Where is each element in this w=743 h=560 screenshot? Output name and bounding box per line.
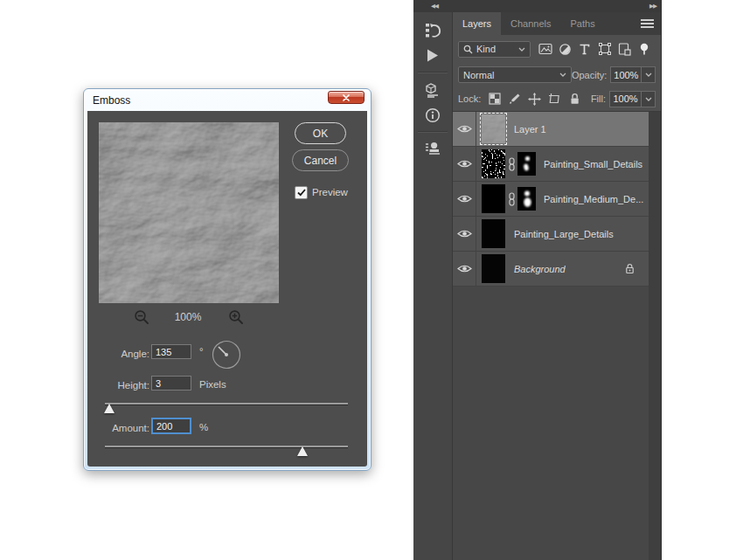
panel-menu-icon[interactable] [641, 19, 654, 28]
collapse-panels-right-icon[interactable]: ▶▶ [649, 3, 656, 10]
angle-dial-icon [212, 340, 241, 370]
clone-source-icon[interactable] [413, 136, 452, 162]
amount-unit: % [199, 422, 208, 432]
layer-thumbnail[interactable] [482, 184, 505, 213]
filter-preview-image[interactable] [99, 122, 279, 303]
layer-thumbnail[interactable] [482, 149, 505, 178]
lock-row: Lock: [453, 86, 661, 112]
angle-unit: ° [199, 346, 204, 356]
visibility-toggle[interactable] [453, 147, 476, 181]
tab-channels[interactable]: Channels [501, 12, 560, 35]
layer-thumbnail[interactable] [482, 114, 505, 143]
layers-scrollbar-gutter [649, 112, 661, 560]
mask-link-icon[interactable] [508, 157, 516, 171]
layers-panel: Layers Channels Paths Kind [453, 12, 661, 560]
panel-icon-dock [413, 12, 453, 560]
filter-pixel-layers-icon[interactable] [536, 40, 556, 58]
filter-type-layers-icon[interactable] [575, 40, 595, 58]
info-icon[interactable] [413, 102, 452, 128]
filter-toggle-pin-icon[interactable] [634, 40, 654, 58]
dialog-content: OK Cancel Preview 100% Angle: ° [87, 111, 367, 467]
zoom-in-button[interactable] [228, 309, 244, 325]
zoom-out-icon [134, 309, 149, 325]
visibility-toggle[interactable] [453, 182, 476, 216]
height-unit: Pixels [199, 379, 226, 390]
zoom-in-icon [228, 309, 244, 325]
filter-adjustment-layers-icon[interactable] [555, 40, 575, 58]
lock-position-icon[interactable] [524, 90, 545, 107]
preview-checkbox[interactable] [295, 186, 308, 199]
amount-slider-track[interactable] [105, 446, 348, 447]
eye-icon [457, 194, 472, 204]
layer-mask-thumbnail[interactable] [517, 152, 536, 176]
tab-layers[interactable]: Layers [453, 12, 501, 35]
visibility-toggle[interactable] [453, 112, 476, 146]
angle-label: Angle: [87, 349, 149, 359]
zoom-out-button[interactable] [134, 309, 149, 325]
layer-name[interactable]: Layer 1 [514, 124, 546, 135]
mask-link-icon[interactable] [508, 192, 516, 206]
layer-row-layer-1[interactable]: Layer 1 [453, 112, 649, 147]
close-icon [343, 94, 350, 101]
dialog-title: Emboss [93, 94, 130, 107]
amount-label: Amount: [87, 423, 149, 433]
actions-icon[interactable] [413, 43, 452, 68]
dock-divider [418, 131, 448, 133]
chevron-down-icon [559, 73, 566, 77]
history-icon[interactable] [413, 17, 452, 43]
opacity-value[interactable]: 100% [610, 66, 641, 83]
cancel-button[interactable]: Cancel [292, 149, 349, 171]
height-slider-thumb[interactable] [104, 404, 115, 413]
fill-value[interactable]: 100% [609, 91, 641, 107]
lock-label: Lock: [458, 93, 481, 104]
amount-input[interactable] [151, 418, 191, 434]
collapse-panels-left-icon[interactable]: ◀◀ [431, 3, 438, 10]
panel-tabs: Layers Channels Paths [453, 12, 661, 35]
layer-row-painting-medium-details[interactable]: Painting_Medium_De... [453, 182, 649, 217]
close-button[interactable] [328, 91, 365, 104]
layer-mask-thumbnail[interactable] [517, 187, 536, 211]
filter-kind-dropdown[interactable]: Kind [458, 41, 531, 58]
filter-shape-layers-icon[interactable] [594, 40, 615, 58]
opacity-label: Opacity: [572, 70, 607, 80]
tab-paths[interactable]: Paths [561, 12, 605, 35]
visibility-toggle[interactable] [453, 252, 476, 286]
search-icon [463, 45, 473, 54]
height-slider-track[interactable] [105, 403, 348, 404]
layer-name[interactable]: Background [514, 264, 566, 274]
blend-mode-dropdown[interactable]: Normal [458, 66, 572, 83]
layer-row-background[interactable]: Background [453, 252, 649, 287]
eye-icon [457, 229, 472, 239]
angle-input[interactable] [151, 344, 191, 359]
lock-all-icon[interactable] [565, 90, 585, 107]
eye-icon [457, 264, 472, 273]
chevron-down-icon [645, 97, 652, 101]
layer-row-painting-small-details[interactable]: Painting_Small_Details [453, 147, 649, 182]
panel-topbar: ◀◀ ▶▶ [413, 0, 661, 12]
layer-filter-row: Kind [453, 35, 661, 63]
layer-name[interactable]: Painting_Medium_De... [544, 194, 643, 204]
lock-artboard-nesting-icon[interactable] [545, 90, 565, 107]
lock-image-pixels-icon[interactable] [504, 90, 524, 107]
amount-slider-thumb[interactable] [297, 446, 308, 456]
ok-button[interactable]: OK [295, 122, 346, 144]
layer-row-painting-large-details[interactable]: Painting_Large_Details [453, 217, 649, 252]
lock-transparency-icon[interactable] [484, 90, 504, 107]
height-input[interactable] [151, 376, 191, 391]
checkmark-icon [297, 189, 306, 197]
dialog-titlebar[interactable]: Emboss [84, 89, 371, 111]
layer-name[interactable]: Painting_Large_Details [514, 229, 614, 239]
layers-list: Layer 1 [453, 112, 661, 560]
layer-name[interactable]: Painting_Small_Details [544, 159, 642, 169]
filter-smart-objects-icon[interactable] [615, 40, 635, 58]
angle-dial[interactable] [212, 340, 241, 370]
layer-thumbnail[interactable] [482, 254, 505, 283]
opacity-dropdown-button[interactable] [641, 66, 656, 83]
layer-thumbnail[interactable] [482, 219, 505, 248]
background-lock-icon [625, 263, 635, 274]
eye-icon [457, 124, 472, 134]
visibility-toggle[interactable] [453, 217, 476, 251]
preview-label: Preview [312, 187, 348, 197]
3d-panel-icon[interactable] [413, 77, 452, 102]
fill-dropdown-button[interactable] [641, 91, 656, 107]
